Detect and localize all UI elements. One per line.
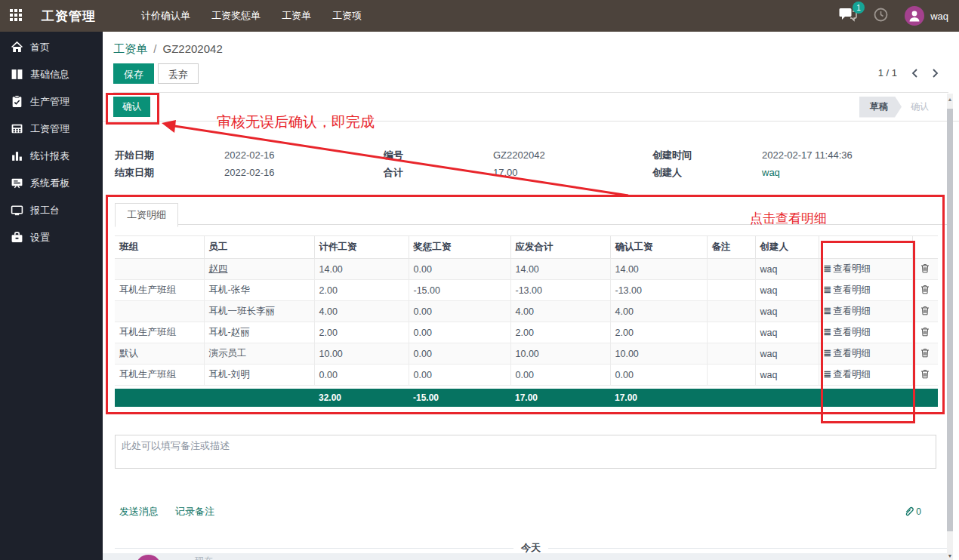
table-row[interactable]: 耳机生产班组耳机-张华2.00-15.00-13.00-13.00waq≣查看明… <box>115 280 938 301</box>
sidebar-item-salary[interactable]: 工资管理 <box>0 115 103 142</box>
table-row[interactable]: 赵四14.000.0014.0014.00waq≣查看明细 <box>115 259 938 280</box>
cell-employee[interactable]: 赵四 <box>204 259 314 280</box>
tab-salary-detail[interactable]: 工资明细 <box>115 203 178 227</box>
cell-bonus-wage: 0.00 <box>409 301 510 322</box>
sidebar-item-dashboard[interactable]: 系统看板 <box>0 170 103 196</box>
field-value-end-date[interactable]: 2022-02-16 <box>224 167 275 178</box>
vertical-scrollbar[interactable]: ▲ ▼ <box>947 94 953 560</box>
user-avatar[interactable] <box>905 6 924 26</box>
chevron-left-icon[interactable] <box>911 69 919 78</box>
sidebar-item-label: 报工台 <box>30 204 60 217</box>
total-confirmed: 17.00 <box>610 389 707 407</box>
cell-employee[interactable]: 演示员工 <box>204 343 314 365</box>
scroll-down-arrow-icon[interactable]: ▼ <box>947 553 953 558</box>
username-label[interactable]: waq <box>930 11 948 22</box>
menu-pricing-confirm[interactable]: 计价确认单 <box>134 0 198 32</box>
col-header-employee[interactable]: 员工 <box>204 236 314 259</box>
menu-salary-item[interactable]: 工资项 <box>325 0 369 32</box>
view-detail-button[interactable]: ≣查看明细 <box>819 259 912 280</box>
col-header-trash <box>912 236 938 259</box>
field-label-number: 编号 <box>384 149 493 162</box>
view-detail-button[interactable]: ≣查看明细 <box>819 280 912 301</box>
cell-bonus-wage: 0.00 <box>409 365 510 386</box>
delete-row-button[interactable] <box>912 280 938 301</box>
breadcrumb: 工资单 / GZ2202042 <box>113 42 948 57</box>
col-header-detail <box>819 236 912 259</box>
delete-row-button[interactable] <box>912 301 938 322</box>
table-row[interactable]: 默认演示员工10.000.0010.0010.00waq≣查看明细 <box>115 343 938 365</box>
delete-row-button[interactable] <box>912 365 938 386</box>
note-textarea[interactable] <box>115 435 936 469</box>
app-title[interactable]: 工资管理 <box>42 8 96 25</box>
view-detail-button[interactable]: ≣查看明细 <box>819 365 912 386</box>
col-header-note[interactable]: 备注 <box>707 236 755 259</box>
sidebar-item-basic-info[interactable]: 基础信息 <box>0 61 103 88</box>
confirm-button[interactable]: 确认 <box>113 97 150 117</box>
delete-row-button[interactable] <box>912 259 938 280</box>
col-header-piece-wage[interactable]: 计件工资 <box>314 236 409 259</box>
cell-creator: waq <box>755 259 819 280</box>
cell-group: 耳机生产班组 <box>115 322 204 343</box>
cell-note <box>707 365 755 386</box>
cell-note <box>707 322 755 343</box>
top-menus: 计价确认单 工资奖惩单 工资单 工资项 <box>134 0 369 32</box>
table-row[interactable]: 耳机生产班组耳机-赵丽2.000.002.002.00waq≣查看明细 <box>115 322 938 343</box>
cell-employee[interactable]: 耳机-张华 <box>204 280 314 301</box>
list-icon: ≣ <box>824 369 831 380</box>
chevron-right-icon[interactable] <box>931 69 939 78</box>
activity-clock-icon[interactable] <box>874 8 888 25</box>
menu-bonus-penalty[interactable]: 工资奖惩单 <box>204 0 268 32</box>
home-icon <box>11 41 23 54</box>
col-header-bonus-wage[interactable]: 奖惩工资 <box>409 236 510 259</box>
field-label-creator: 创建人 <box>652 166 762 180</box>
sidebar-item-label: 系统看板 <box>30 177 69 190</box>
save-button[interactable]: 保存 <box>113 63 154 84</box>
sidebar-item-home[interactable]: 首页 <box>0 34 103 60</box>
col-header-group[interactable]: 班组 <box>115 236 204 259</box>
topbar-right: 1 waq <box>839 6 948 26</box>
monitor-icon <box>11 204 23 217</box>
col-header-creator[interactable]: 创建人 <box>755 236 819 259</box>
view-detail-label: 查看明细 <box>833 263 871 274</box>
view-detail-label: 查看明细 <box>833 285 871 295</box>
total-piece-wage: 32.00 <box>314 389 409 407</box>
log-note-link[interactable]: 记录备注 <box>175 505 214 518</box>
view-detail-button[interactable]: ≣查看明细 <box>819 322 912 343</box>
cell-note <box>707 259 755 280</box>
delete-row-button[interactable] <box>912 322 938 343</box>
discard-button[interactable]: 丢弃 <box>158 63 199 84</box>
delete-row-button[interactable] <box>912 343 938 365</box>
cell-employee[interactable]: 耳机一班长李丽 <box>204 301 314 322</box>
send-message-link[interactable]: 发送消息 <box>119 505 159 518</box>
apps-grid-icon[interactable] <box>10 9 23 23</box>
cell-employee[interactable]: 耳机-赵丽 <box>204 322 314 343</box>
menu-salary-sheet[interactable]: 工资单 <box>274 0 319 32</box>
stage-draft[interactable]: 草稿 <box>859 97 902 118</box>
table-row[interactable]: 耳机一班长李丽4.000.004.004.00waq≣查看明细 <box>115 301 938 322</box>
cell-confirmed-wage: 14.00 <box>610 259 707 280</box>
field-value-start-date[interactable]: 2022-02-16 <box>224 149 275 161</box>
cell-bonus-wage: 0.00 <box>409 322 510 343</box>
action-buttons: 保存 丢弃 <box>113 63 948 84</box>
view-detail-button[interactable]: ≣查看明细 <box>819 343 912 365</box>
scrollbar-thumb[interactable] <box>947 109 953 531</box>
board-icon <box>11 177 23 189</box>
sidebar-item-terminal[interactable]: 报工台 <box>0 197 103 223</box>
table-row[interactable]: 耳机生产班组耳机-刘明0.000.000.000.00waq≣查看明细 <box>115 365 938 386</box>
view-detail-button[interactable]: ≣查看明细 <box>819 301 912 322</box>
message-row[interactable]: 现在 <box>103 553 947 560</box>
sidebar-item-settings[interactable]: 设置 <box>0 224 103 251</box>
scroll-up-arrow-icon[interactable]: ▲ <box>947 97 953 102</box>
col-header-confirmed-wage[interactable]: 确认工资 <box>610 236 707 259</box>
sidebar-item-reports[interactable]: 统计报表 <box>0 143 103 169</box>
sidebar-item-label: 工资管理 <box>30 122 69 136</box>
cell-employee[interactable]: 耳机-刘明 <box>204 365 314 386</box>
trash-icon <box>920 327 930 337</box>
stage-confirm[interactable]: 确认 <box>902 97 938 118</box>
field-value-creator[interactable]: waq <box>762 167 780 178</box>
col-header-payable-total[interactable]: 应发合计 <box>510 236 610 259</box>
breadcrumb-parent-link[interactable]: 工资单 <box>113 42 147 55</box>
messages-button[interactable]: 1 <box>839 7 857 25</box>
attachments-button[interactable]: 0 <box>904 506 921 517</box>
sidebar-item-production[interactable]: 生产管理 <box>0 88 103 115</box>
